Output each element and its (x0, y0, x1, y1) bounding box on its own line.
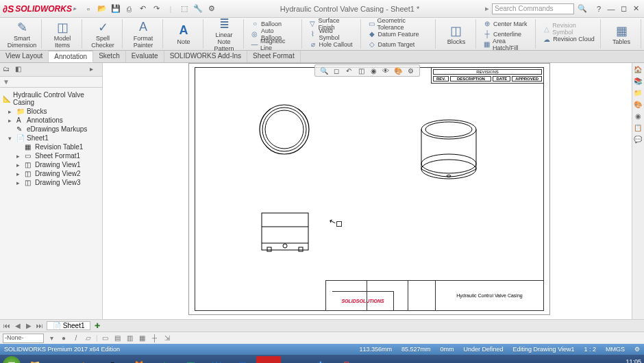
sheet-nav-next-icon[interactable]: ▶ (25, 322, 33, 329)
status-units[interactable]: MMGS (606, 346, 625, 353)
revision-cloud-button[interactable]: ☁Revision Cloud (541, 34, 596, 44)
tab-annotation[interactable]: Annotation (49, 51, 93, 62)
save-icon[interactable]: 💾 (110, 3, 121, 14)
tree-sheet-format[interactable]: ▸▭Sheet Format1 (1, 151, 101, 160)
drawing-view3-iso[interactable] (414, 116, 483, 191)
add-sheet-icon[interactable]: ✚ (93, 322, 101, 329)
sheet-nav-prev-icon[interactable]: ◀ (14, 322, 22, 329)
datum-target-button[interactable]: ◇Datum Target (367, 40, 431, 49)
filter-toggle5-icon[interactable]: ┼ (150, 334, 160, 342)
hide-show-icon[interactable]: 👁 (381, 66, 391, 75)
center-mark-button[interactable]: ⊕Center Mark (482, 19, 531, 29)
tab-evaluate[interactable]: Evaluate (126, 51, 164, 62)
sheet-nav-last-icon[interactable]: ⏭ (36, 322, 44, 329)
taskbar-app1-icon[interactable]: ◆ (152, 356, 177, 363)
taskbar-word-icon[interactable]: W (204, 356, 229, 363)
property-manager-tab-icon[interactable]: ◧ (15, 65, 25, 75)
taskbar-powerpoint-icon[interactable]: P (334, 356, 359, 363)
tab-view-layout[interactable]: View Layout (0, 51, 49, 62)
start-button[interactable]: ⊞ (3, 356, 21, 363)
tree-edrawings[interactable]: ✎eDrawings Markups (1, 125, 101, 134)
resources-icon[interactable]: 🏠 (633, 66, 643, 75)
collapse-icon[interactable]: ▾ (8, 135, 14, 142)
note-button[interactable]: ANote (169, 23, 199, 45)
tab-sketch[interactable]: Sketch (93, 51, 126, 62)
filter-icon[interactable]: ▼ (3, 78, 10, 86)
drawing-view1-top[interactable] (257, 102, 312, 157)
linear-note-pattern-button[interactable]: ≣Linear Note Pattern (209, 16, 239, 52)
display-style-icon[interactable]: ◉ (369, 66, 378, 75)
options-icon[interactable]: ⚙ (206, 3, 217, 14)
sheet-nav-first-icon[interactable]: ⏮ (3, 322, 11, 329)
tree-view1[interactable]: ▸◫Drawing View1 (1, 160, 101, 169)
expand-icon[interactable]: ▸ (8, 117, 14, 124)
taskbar-media-icon[interactable]: ▶ (74, 356, 99, 363)
smart-dimension-button[interactable]: ✎Smart Dimension (7, 20, 37, 49)
geometric-tolerance-button[interactable]: ▭Geometric Tolerance (367, 19, 431, 29)
magnetic-line-button[interactable]: —Magnetic Line (249, 40, 297, 49)
filter-toggle6-icon[interactable]: ⇲ (162, 334, 172, 342)
weld-symbol-button[interactable]: ⌇Weld Symbol (308, 29, 356, 39)
design-library-icon[interactable]: 📚 (633, 77, 643, 87)
redo-icon[interactable]: ↷ (151, 3, 162, 14)
zoom-area-icon[interactable]: ◻ (332, 66, 341, 75)
taskbar-outlook-icon[interactable]: ✉ (230, 356, 255, 363)
prev-view-icon[interactable]: ↶ (344, 66, 354, 75)
close-icon[interactable]: ✕ (630, 4, 641, 14)
taskbar-excel-icon[interactable]: ▦ (178, 356, 203, 363)
search-toggle-icon[interactable]: ▸ (482, 4, 492, 13)
search-icon[interactable]: 🔍 (577, 4, 588, 13)
model-items-button[interactable]: ◫Model Items (47, 20, 77, 49)
expand-icon[interactable]: ▸ (16, 179, 23, 186)
taskbar-clock[interactable]: 11:05 22/03/2017 (610, 358, 641, 363)
drawing-view2-front[interactable] (260, 212, 310, 253)
expand-icon[interactable]: ▸ (8, 108, 14, 115)
filter-face-icon[interactable]: ▱ (84, 334, 93, 342)
file-explorer-icon[interactable]: 📁 (633, 89, 643, 99)
tree-blocks[interactable]: ▸📁Blocks (1, 107, 101, 116)
filter-edge-icon[interactable]: / (71, 334, 81, 342)
tables-button[interactable]: ▦Tables (606, 23, 636, 45)
expand-icon[interactable]: ▸ (16, 153, 23, 160)
datum-feature-button[interactable]: ◆Datum Feature (367, 29, 431, 39)
appearances-icon[interactable]: ◉ (633, 112, 643, 122)
taskbar-chrome-icon[interactable]: ◉ (100, 356, 125, 363)
forum-icon[interactable]: 💬 (633, 136, 643, 145)
taskbar-solidworks-icon[interactable]: SW (256, 356, 281, 363)
revision-symbol-button[interactable]: △Revision Symbol (541, 24, 596, 34)
feature-tree-tab-icon[interactable]: 🗂 (3, 65, 12, 75)
taskbar-firefox-icon[interactable]: 🦊 (126, 356, 151, 363)
filter-vertex-icon[interactable]: ● (59, 334, 69, 342)
open-icon[interactable]: 📂 (97, 3, 108, 14)
tab-sheet-format[interactable]: Sheet Format (247, 51, 301, 62)
help-icon[interactable]: ? (593, 4, 604, 14)
zoom-fit-icon[interactable]: 🔍 (319, 66, 329, 75)
taskbar-ie-icon[interactable]: e (48, 356, 73, 363)
blocks-button[interactable]: ◫Blocks (441, 23, 471, 45)
tree-revision-table[interactable]: ▦Revision Table1 (1, 142, 101, 151)
sheet-tab-sheet1[interactable]: 📄 Sheet1 (47, 321, 90, 330)
taskbar-edrawings-icon[interactable]: e (282, 356, 307, 363)
hole-callout-button[interactable]: ⌀Hole Callout (308, 40, 356, 49)
filter-dropdown-icon[interactable]: ▾ (47, 334, 56, 342)
expand-icon[interactable]: ▸ (16, 162, 23, 168)
view-settings-icon[interactable]: ⚙ (406, 66, 415, 75)
search-commands-input[interactable]: Search Commands (492, 3, 574, 14)
filter-toggle4-icon[interactable]: ▦ (138, 334, 147, 342)
spell-checker-button[interactable]: ✓Spell Checker (88, 20, 118, 49)
undo-icon[interactable]: ↶ (138, 3, 149, 14)
tree-view2[interactable]: ▸◫Drawing View2 (1, 169, 101, 178)
panel-expand-icon[interactable]: ▸ (90, 65, 99, 75)
section-view-icon[interactable]: ◫ (356, 66, 366, 75)
area-hatch-button[interactable]: ▦Area Hatch/Fill (482, 40, 531, 49)
new-icon[interactable]: ▫ (83, 3, 94, 14)
format-painter-button[interactable]: AFormat Painter (128, 20, 158, 49)
title-block[interactable]: Hydraulic Control Valve Casing (325, 280, 543, 310)
filter-toggle2-icon[interactable]: ▤ (113, 334, 123, 342)
filter-toggle3-icon[interactable]: ▥ (125, 334, 135, 342)
maximize-icon[interactable]: ◻ (618, 4, 629, 14)
tree-view3[interactable]: ▸◫Drawing View3 (1, 178, 101, 187)
custom-props-icon[interactable]: 📋 (633, 124, 643, 134)
status-gear-icon[interactable]: ⚙ (634, 346, 640, 353)
taskbar-explorer-icon[interactable]: 📁 (22, 356, 47, 363)
